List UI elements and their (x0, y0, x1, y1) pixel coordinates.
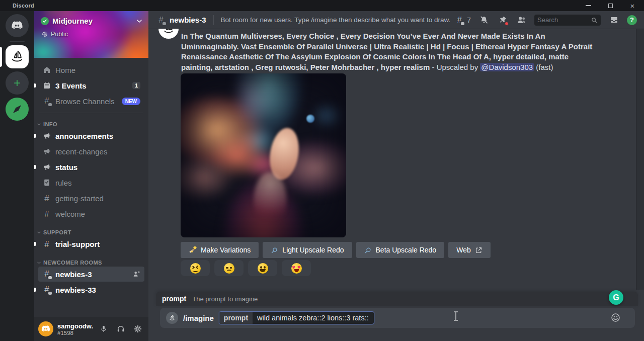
prompt-option-field[interactable]: prompt wild animals zebra::2 lions::3 ra… (219, 311, 374, 324)
rail-separator (10, 41, 25, 42)
new-badge: NEW (122, 98, 140, 105)
explore-servers-button[interactable] (6, 98, 29, 121)
channel-newbies-3[interactable]: # newbies-3 (38, 267, 144, 282)
minimize-button[interactable] (583, 1, 594, 10)
hash-icon: # (42, 240, 51, 248)
mic-icon[interactable] (97, 322, 110, 335)
maximize-button[interactable] (605, 1, 616, 10)
sidebar-item-home[interactable]: Home (38, 62, 144, 77)
speed-note: (fast) (534, 63, 553, 71)
category-support[interactable]: SUPPORT (36, 229, 144, 235)
channel-status[interactable]: status (38, 159, 144, 175)
sidebar-item-events[interactable]: 3 Events 1 (38, 78, 144, 93)
reaction-heart-eyes[interactable]: ♥♥ (282, 260, 311, 276)
pin-unread-dot (505, 22, 509, 26)
events-count-badge: 1 (132, 82, 140, 89)
category-newcomer-rooms[interactable]: NEWCOMER ROOMS (36, 260, 144, 266)
username: samgoodw... (57, 322, 93, 330)
channel-announcements[interactable]: announcements (38, 128, 144, 143)
user-mention[interactable]: @Davidson303 (480, 63, 534, 71)
user-bar: samgoodw... #1598 (34, 317, 148, 341)
channel-recent-changes[interactable]: recent-changes (38, 144, 144, 159)
channel-name: newbies-3 (170, 16, 206, 24)
member-list-icon[interactable] (516, 15, 527, 26)
hash-chat-icon: # (42, 285, 51, 294)
message-content: In The Quantum Multiverses, Every Choice… (181, 31, 594, 72)
magnifier-emoji (271, 246, 278, 254)
hash-icon: # (42, 210, 51, 218)
reaction-disappointed[interactable] (214, 260, 244, 276)
channel-header: # newbies-3 Bot room for new users. Type… (148, 11, 644, 29)
hash-icon: # (42, 194, 51, 203)
threads-icon[interactable]: # (454, 15, 465, 26)
user-avatar[interactable] (38, 321, 53, 336)
browse-channels-icon: # (42, 97, 51, 106)
unread-indicator (34, 83, 36, 88)
channel-newbies-33[interactable]: # newbies-33 (38, 282, 144, 297)
globe-icon (41, 31, 48, 38)
app-title: Discord (13, 3, 34, 9)
unread-indicator (34, 165, 36, 169)
compass-icon (6, 98, 29, 121)
server-midjourney-button[interactable] (6, 45, 29, 68)
window-titlebar: Discord × (0, 0, 644, 11)
chat-area: # newbies-3 Bot room for new users. Type… (148, 11, 644, 341)
settings-gear-icon[interactable] (131, 322, 144, 335)
unread-indicator (34, 134, 36, 138)
web-button[interactable]: Web (448, 242, 491, 258)
megaphone-icon (42, 147, 51, 156)
grinning-face-emoji (258, 263, 268, 274)
pinned-messages-icon[interactable] (497, 15, 508, 26)
threads-count: 7 (467, 16, 471, 24)
chat-scrollbar[interactable] (636, 29, 644, 290)
server-banner[interactable]: Midjourney Public (34, 11, 148, 58)
user-info[interactable]: samgoodw... #1598 (57, 322, 93, 336)
close-button[interactable]: × (627, 1, 638, 10)
message-composer[interactable]: /imagine prompt wild animals zebra::2 li… (160, 308, 635, 328)
emoji-picker-icon[interactable] (610, 312, 621, 323)
channel-getting-started[interactable]: # getting-started (38, 191, 144, 206)
bot-command-avatar (166, 312, 178, 324)
chevron-down-icon[interactable] (135, 17, 143, 25)
window-controls: × (583, 0, 640, 11)
autocomplete-option: prompt (162, 295, 186, 303)
headphones-icon[interactable] (114, 322, 127, 335)
create-invite-icon[interactable] (132, 270, 140, 278)
generated-image[interactable] (181, 73, 346, 237)
notifications-muted-icon[interactable] (478, 15, 490, 26)
server-rail: + (0, 11, 34, 341)
reaction-grinning[interactable] (248, 260, 277, 276)
verified-badge-icon (41, 17, 49, 25)
make-variations-button[interactable]: Make Variations (181, 242, 259, 258)
portrait-neck (254, 172, 287, 228)
beta-upscale-redo-button[interactable]: Beta Upscale Redo (356, 242, 445, 258)
unread-indicator (34, 288, 36, 292)
channel-hash-icon: # (156, 16, 166, 25)
home-server-button[interactable] (6, 14, 29, 37)
light-upscale-redo-button[interactable]: Light Upscale Redo (263, 242, 352, 258)
channel-topic[interactable]: Bot room for new users. Type /imagine th… (221, 16, 450, 24)
selected-server-indicator (0, 47, 2, 67)
megaphone-icon (42, 131, 51, 140)
reaction-confounded[interactable] (181, 260, 210, 276)
disappointed-face-emoji (224, 263, 234, 274)
channel-rules[interactable]: rules (38, 175, 144, 190)
server-visibility: Public (51, 31, 68, 38)
discord-logo-icon (6, 14, 29, 37)
discord-window: Discord × + Midjourney (0, 0, 644, 341)
slash-command-autocomplete[interactable]: prompt The prompt to imagine (156, 292, 638, 306)
confounded-face-emoji (190, 263, 201, 274)
search-input[interactable]: Search (534, 15, 601, 26)
help-icon[interactable]: ? (627, 15, 637, 25)
channel-trial-support[interactable]: # trial-support (38, 236, 144, 251)
autocomplete-description: The prompt to imagine (192, 295, 258, 303)
category-info[interactable]: INFO (36, 121, 144, 127)
add-server-button[interactable]: + (6, 71, 29, 95)
grammarly-icon[interactable]: G (609, 290, 623, 305)
upscaled-by-text: - Upscaled by (430, 63, 480, 71)
channel-welcome[interactable]: # welcome (38, 206, 144, 221)
sidebar-item-browse-channels[interactable]: # Browse Channels NEW (38, 94, 144, 109)
megaphone-icon (42, 162, 51, 172)
rules-book-icon (42, 178, 51, 187)
inbox-icon[interactable] (608, 15, 619, 26)
